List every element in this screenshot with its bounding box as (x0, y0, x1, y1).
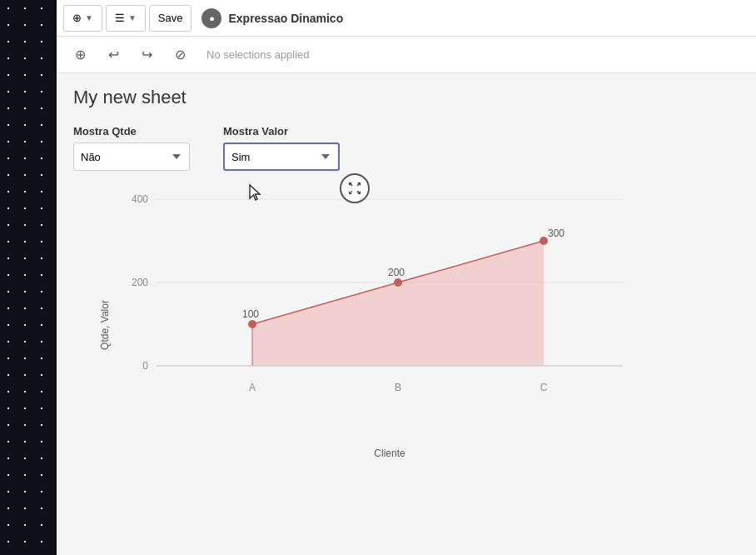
data-point-b (394, 278, 402, 287)
redo-button[interactable]: ↪ (133, 42, 160, 68)
clear-button[interactable]: ⊘ (167, 42, 193, 68)
data-point-c (540, 237, 548, 245)
svg-text:C: C (540, 382, 548, 393)
toolbar: ⊕ ▼ ☰ ▼ Save ● Expressao Dinamico (57, 0, 756, 37)
chart-y-label: Qtde, Valor (99, 300, 111, 350)
app-name-section: ● Expressao Dinamico (201, 8, 343, 28)
chart-svg: 400 200 0 A B C 100 2 (107, 191, 673, 441)
svg-text:B: B (395, 382, 401, 393)
sidebar (0, 0, 57, 555)
save-label: Save (158, 12, 183, 24)
svg-text:400: 400 (132, 193, 148, 205)
data-point-a (248, 320, 256, 328)
control-group-valor: Mostra Valor Não Sim (223, 125, 340, 171)
zoom-select-button[interactable]: ⊕ (67, 42, 93, 68)
compass-icon: ⊕ (72, 12, 82, 24)
list-icon: ☰ (115, 12, 125, 24)
undo-icon: ↩ (108, 47, 119, 62)
expand-arrows-icon (348, 182, 361, 195)
list-button[interactable]: ☰ ▼ (106, 5, 146, 32)
clear-icon: ⊘ (175, 47, 186, 62)
value-label-c: 300 (548, 228, 565, 239)
zoom-select-icon: ⊕ (75, 47, 86, 62)
app-icon-text: ● (209, 13, 215, 23)
qtde-select[interactable]: Não Sim (73, 142, 190, 171)
undo-button[interactable]: ↩ (100, 42, 127, 68)
main-content: ⊕ ▼ ☰ ▼ Save ● Expressao Dinamico ⊕ ↩ ↪ … (57, 0, 756, 555)
app-name: Expressao Dinamico (228, 12, 343, 25)
redo-icon: ↪ (142, 47, 152, 62)
svg-text:A: A (249, 382, 256, 393)
control-group-qtde: Mostra Qtde Não Sim (73, 125, 190, 171)
save-button[interactable]: Save (149, 5, 192, 32)
app-icon: ● (201, 8, 221, 28)
svg-text:0: 0 (142, 360, 148, 372)
compass-button[interactable]: ⊕ ▼ (63, 5, 102, 32)
chart-area (252, 241, 544, 366)
expand-icon[interactable] (340, 173, 370, 203)
chart-x-label: Cliente (107, 448, 673, 459)
svg-text:200: 200 (132, 277, 148, 288)
valor-label: Mostra Valor (223, 125, 340, 138)
qtde-label: Mostra Qtde (73, 125, 190, 138)
value-label-a: 100 (242, 308, 259, 320)
sheet-title: My new sheet (73, 87, 739, 108)
value-label-b: 200 (388, 267, 405, 278)
compass-chevron-icon: ▼ (85, 13, 93, 22)
no-selections-text: No selections applied (206, 48, 310, 61)
valor-select[interactable]: Não Sim (223, 142, 340, 171)
chart-wrapper: Qtde, Valor 400 200 0 A B C (73, 191, 673, 459)
selection-bar: ⊕ ↩ ↪ ⊘ No selections applied (57, 37, 756, 73)
controls-row: Mostra Qtde Não Sim Mostra Valor Não Sim (73, 125, 739, 171)
sheet-area: My new sheet Mostra Qtde Não Sim Mostra … (57, 73, 756, 555)
list-chevron-icon: ▼ (128, 13, 137, 22)
